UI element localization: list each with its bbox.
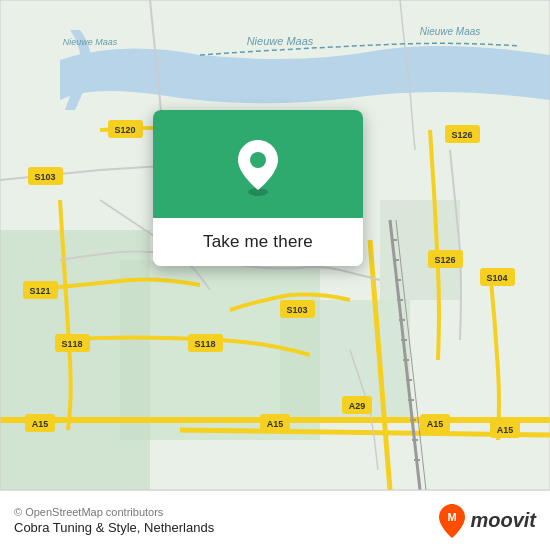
svg-text:A15: A15 [267, 419, 284, 429]
svg-point-54 [250, 152, 266, 168]
svg-text:A15: A15 [427, 419, 444, 429]
map-container: S103 S120 S120 S105 S126 S126 S121 S118 … [0, 0, 550, 490]
svg-text:Nieuwe Maas: Nieuwe Maas [420, 26, 481, 37]
svg-text:S103: S103 [286, 305, 307, 315]
location-pin-icon [233, 138, 283, 196]
popup-card: Take me there [153, 110, 363, 266]
svg-text:S103: S103 [34, 172, 55, 182]
attribution-text: © OpenStreetMap contributors [14, 506, 214, 518]
bottom-bar: © OpenStreetMap contributors Cobra Tunin… [0, 490, 550, 550]
svg-text:Nieuwe Maas: Nieuwe Maas [247, 35, 314, 47]
moovit-pin-icon: M [438, 503, 466, 539]
svg-text:A29: A29 [349, 401, 366, 411]
moovit-brand-text: moovit [470, 509, 536, 532]
svg-text:S118: S118 [194, 339, 215, 349]
svg-text:M: M [448, 511, 457, 523]
svg-text:S121: S121 [29, 286, 50, 296]
moovit-logo: M moovit [438, 503, 536, 539]
take-me-there-button[interactable]: Take me there [153, 218, 363, 266]
location-name: Cobra Tuning & Style, Netherlands [14, 520, 214, 535]
svg-text:A15: A15 [32, 419, 49, 429]
svg-text:S118: S118 [61, 339, 82, 349]
svg-text:S120: S120 [114, 125, 135, 135]
svg-text:S104: S104 [486, 273, 507, 283]
svg-text:A15: A15 [497, 425, 514, 435]
svg-text:Nieuwe Maas: Nieuwe Maas [63, 37, 118, 47]
popup-header [153, 110, 363, 218]
svg-text:S126: S126 [434, 255, 455, 265]
svg-text:S126: S126 [451, 130, 472, 140]
